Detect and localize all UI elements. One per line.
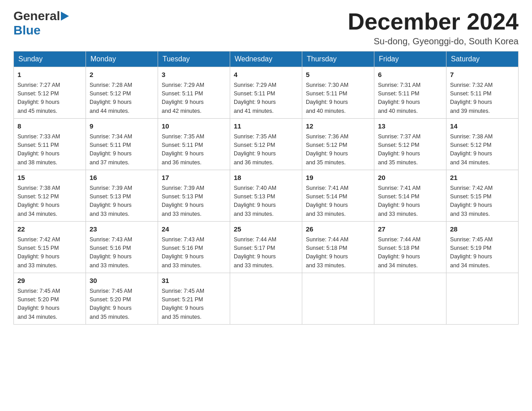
day-info: Sunrise: 7:37 AMSunset: 5:12 PMDaylight:…	[378, 133, 442, 167]
day-info: Sunrise: 7:33 AMSunset: 5:11 PMDaylight:…	[17, 133, 82, 167]
logo: General Blue	[13, 9, 69, 38]
day-number: 21	[450, 173, 515, 183]
calendar-cell: 10Sunrise: 7:35 AMSunset: 5:11 PMDayligh…	[158, 119, 230, 170]
weekday-header-sunday: Sunday	[14, 51, 86, 67]
calendar-cell: 26Sunrise: 7:44 AMSunset: 5:18 PMDayligh…	[302, 222, 374, 273]
day-info: Sunrise: 7:45 AMSunset: 5:21 PMDaylight:…	[162, 287, 226, 322]
day-info: Sunrise: 7:43 AMSunset: 5:16 PMDaylight:…	[162, 235, 226, 270]
calendar-cell: 31Sunrise: 7:45 AMSunset: 5:21 PMDayligh…	[158, 273, 230, 325]
weekday-header-wednesday: Wednesday	[230, 51, 302, 67]
day-number: 20	[378, 173, 442, 183]
day-number: 22	[17, 224, 82, 235]
day-number: 10	[162, 121, 226, 132]
day-number: 3	[162, 70, 226, 80]
calendar-cell: 6Sunrise: 7:31 AMSunset: 5:11 PMDaylight…	[374, 67, 446, 119]
day-number: 31	[162, 276, 226, 286]
day-number: 27	[378, 224, 442, 235]
calendar-cell: 11Sunrise: 7:35 AMSunset: 5:12 PMDayligh…	[230, 119, 302, 170]
weekday-header-tuesday: Tuesday	[158, 51, 230, 67]
day-number: 29	[17, 276, 82, 286]
calendar-cell: 29Sunrise: 7:45 AMSunset: 5:20 PMDayligh…	[14, 273, 86, 325]
calendar-week-row: 1Sunrise: 7:27 AMSunset: 5:12 PMDaylight…	[14, 67, 519, 119]
day-info: Sunrise: 7:44 AMSunset: 5:18 PMDaylight:…	[378, 235, 442, 270]
day-number: 28	[450, 224, 515, 235]
day-number: 24	[162, 224, 226, 235]
logo-arrow-icon	[61, 11, 69, 21]
calendar-cell: 19Sunrise: 7:41 AMSunset: 5:14 PMDayligh…	[302, 170, 374, 222]
calendar-cell: 25Sunrise: 7:44 AMSunset: 5:17 PMDayligh…	[230, 222, 302, 273]
day-info: Sunrise: 7:42 AMSunset: 5:15 PMDaylight:…	[17, 235, 82, 270]
day-info: Sunrise: 7:45 AMSunset: 5:20 PMDaylight:…	[90, 287, 154, 322]
day-number: 15	[17, 173, 82, 183]
day-number: 25	[234, 224, 298, 235]
day-info: Sunrise: 7:36 AMSunset: 5:12 PMDaylight:…	[306, 133, 370, 167]
day-number: 1	[17, 70, 82, 80]
day-info: Sunrise: 7:28 AMSunset: 5:12 PMDaylight:…	[90, 81, 154, 116]
day-info: Sunrise: 7:38 AMSunset: 5:12 PMDaylight:…	[450, 133, 515, 167]
calendar-cell: 1Sunrise: 7:27 AMSunset: 5:12 PMDaylight…	[14, 67, 86, 119]
calendar-cell: 18Sunrise: 7:40 AMSunset: 5:13 PMDayligh…	[230, 170, 302, 222]
calendar-table: SundayMondayTuesdayWednesdayThursdayFrid…	[13, 51, 519, 325]
day-number: 11	[234, 121, 298, 132]
day-info: Sunrise: 7:43 AMSunset: 5:16 PMDaylight:…	[90, 235, 154, 270]
calendar-cell: 30Sunrise: 7:45 AMSunset: 5:20 PMDayligh…	[86, 273, 158, 325]
calendar-cell: 12Sunrise: 7:36 AMSunset: 5:12 PMDayligh…	[302, 119, 374, 170]
logo-blue-text: Blue	[13, 23, 41, 38]
calendar-cell: 15Sunrise: 7:38 AMSunset: 5:12 PMDayligh…	[14, 170, 86, 222]
day-info: Sunrise: 7:39 AMSunset: 5:13 PMDaylight:…	[162, 184, 226, 219]
calendar-cell	[302, 273, 374, 325]
calendar-cell: 27Sunrise: 7:44 AMSunset: 5:18 PMDayligh…	[374, 222, 446, 273]
calendar-cell: 9Sunrise: 7:34 AMSunset: 5:11 PMDaylight…	[86, 119, 158, 170]
title-block: December 2024 Su-dong, Gyeonggi-do, Sout…	[348, 9, 519, 47]
day-info: Sunrise: 7:30 AMSunset: 5:11 PMDaylight:…	[306, 81, 370, 116]
day-info: Sunrise: 7:31 AMSunset: 5:11 PMDaylight:…	[378, 81, 442, 116]
day-number: 6	[378, 70, 442, 80]
calendar-cell: 17Sunrise: 7:39 AMSunset: 5:13 PMDayligh…	[158, 170, 230, 222]
calendar-cell: 28Sunrise: 7:45 AMSunset: 5:19 PMDayligh…	[446, 222, 519, 273]
calendar-header-row: SundayMondayTuesdayWednesdayThursdayFrid…	[14, 51, 519, 67]
day-number: 17	[162, 173, 226, 183]
calendar-cell: 20Sunrise: 7:41 AMSunset: 5:14 PMDayligh…	[374, 170, 446, 222]
day-info: Sunrise: 7:44 AMSunset: 5:17 PMDaylight:…	[234, 235, 298, 270]
day-info: Sunrise: 7:29 AMSunset: 5:11 PMDaylight:…	[234, 81, 298, 116]
day-number: 4	[234, 70, 298, 80]
calendar-cell: 8Sunrise: 7:33 AMSunset: 5:11 PMDaylight…	[14, 119, 86, 170]
calendar-cell: 3Sunrise: 7:29 AMSunset: 5:11 PMDaylight…	[158, 67, 230, 119]
day-info: Sunrise: 7:32 AMSunset: 5:11 PMDaylight:…	[450, 81, 515, 116]
calendar-cell: 21Sunrise: 7:42 AMSunset: 5:15 PMDayligh…	[446, 170, 519, 222]
day-info: Sunrise: 7:35 AMSunset: 5:12 PMDaylight:…	[234, 133, 298, 167]
day-number: 7	[450, 70, 515, 80]
day-info: Sunrise: 7:39 AMSunset: 5:13 PMDaylight:…	[90, 184, 154, 219]
calendar-cell: 13Sunrise: 7:37 AMSunset: 5:12 PMDayligh…	[374, 119, 446, 170]
calendar-cell: 23Sunrise: 7:43 AMSunset: 5:16 PMDayligh…	[86, 222, 158, 273]
calendar-cell: 2Sunrise: 7:28 AMSunset: 5:12 PMDaylight…	[86, 67, 158, 119]
day-info: Sunrise: 7:27 AMSunset: 5:12 PMDaylight:…	[17, 81, 82, 116]
day-info: Sunrise: 7:45 AMSunset: 5:20 PMDaylight:…	[17, 287, 82, 322]
day-info: Sunrise: 7:40 AMSunset: 5:13 PMDaylight:…	[234, 184, 298, 219]
day-number: 5	[306, 70, 370, 80]
calendar-cell: 5Sunrise: 7:30 AMSunset: 5:11 PMDaylight…	[302, 67, 374, 119]
day-info: Sunrise: 7:42 AMSunset: 5:15 PMDaylight:…	[450, 184, 515, 219]
day-info: Sunrise: 7:41 AMSunset: 5:14 PMDaylight:…	[306, 184, 370, 219]
day-info: Sunrise: 7:41 AMSunset: 5:14 PMDaylight:…	[378, 184, 442, 219]
calendar-cell: 7Sunrise: 7:32 AMSunset: 5:11 PMDaylight…	[446, 67, 519, 119]
day-number: 19	[306, 173, 370, 183]
page-header: General Blue December 2024 Su-dong, Gyeo…	[13, 9, 519, 47]
day-number: 12	[306, 121, 370, 132]
day-number: 9	[90, 121, 154, 132]
calendar-cell: 22Sunrise: 7:42 AMSunset: 5:15 PMDayligh…	[14, 222, 86, 273]
day-info: Sunrise: 7:29 AMSunset: 5:11 PMDaylight:…	[162, 81, 226, 116]
day-info: Sunrise: 7:35 AMSunset: 5:11 PMDaylight:…	[162, 133, 226, 167]
calendar-week-row: 15Sunrise: 7:38 AMSunset: 5:12 PMDayligh…	[14, 170, 519, 222]
logo-line1: General	[13, 9, 69, 23]
day-number: 13	[378, 121, 442, 132]
calendar-cell	[374, 273, 446, 325]
day-info: Sunrise: 7:34 AMSunset: 5:11 PMDaylight:…	[90, 133, 154, 167]
day-number: 30	[90, 276, 154, 286]
day-number: 16	[90, 173, 154, 183]
svg-marker-0	[61, 12, 69, 21]
calendar-cell: 24Sunrise: 7:43 AMSunset: 5:16 PMDayligh…	[158, 222, 230, 273]
logo-general-text: General	[13, 9, 60, 23]
weekday-header-thursday: Thursday	[302, 51, 374, 67]
calendar-week-row: 22Sunrise: 7:42 AMSunset: 5:15 PMDayligh…	[14, 222, 519, 273]
